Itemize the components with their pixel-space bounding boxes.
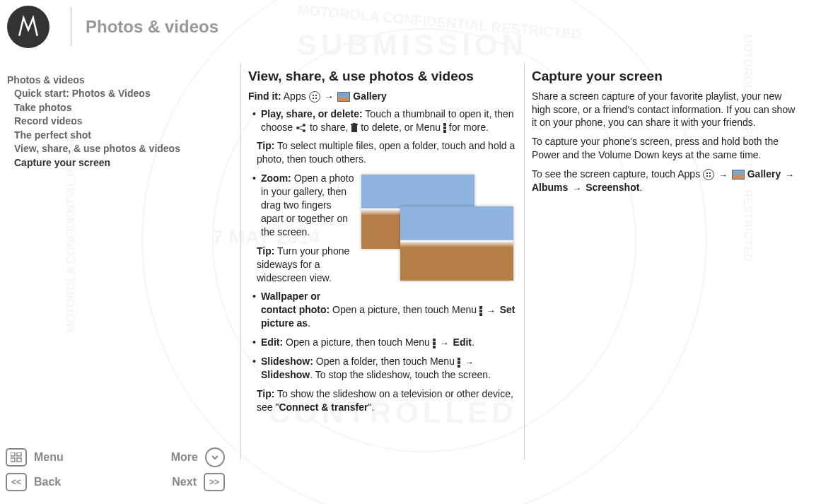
svg-rect-3 (351, 125, 357, 132)
back-button[interactable]: << (6, 473, 27, 491)
double-chevron-right-icon: >> (209, 477, 219, 487)
more-label: More (171, 451, 198, 464)
column-view-share: View, share, & use photos & videos Find … (241, 53, 524, 459)
menu-icon (443, 123, 446, 133)
nav-section-title[interactable]: Photos & videos (7, 74, 233, 86)
page-title: Photos & videos (86, 17, 219, 37)
svg-rect-7 (17, 452, 21, 456)
nav-item-record-videos[interactable]: Record videos (14, 115, 233, 129)
menu-button[interactable] (6, 448, 27, 467)
menu-label: Menu (34, 451, 64, 464)
next-button[interactable]: >> (204, 473, 225, 491)
grid-icon (11, 452, 22, 462)
back-label: Back (34, 476, 61, 488)
double-chevron-left-icon: << (11, 477, 21, 487)
nav-item-view-share[interactable]: View, share, & use photos & videos (14, 142, 233, 156)
bullet-zoom: Zoom: Open a photo in your gallery, then… (252, 172, 517, 238)
share-icon (296, 124, 307, 132)
capture-howto: To capture your phone's screen, press an… (532, 135, 800, 162)
gallery-icon (732, 170, 745, 180)
menu-icon (458, 358, 460, 368)
find-it-line: Find it: Apps → Gallery (248, 90, 517, 103)
apps-icon (309, 91, 320, 102)
more-button[interactable] (205, 447, 225, 467)
svg-rect-4 (351, 124, 358, 125)
svg-rect-8 (11, 458, 15, 462)
next-label: Next (172, 476, 197, 488)
arrow-icon: → (571, 182, 583, 195)
svg-rect-6 (11, 452, 15, 456)
arrow-icon: → (463, 356, 475, 369)
trash-icon (351, 123, 358, 133)
nav-item-take-photos[interactable]: Take photos (14, 101, 233, 115)
col1-heading: View, share, & use photos & videos (248, 67, 517, 86)
arrow-icon: → (717, 169, 729, 182)
nav-item-perfect-shot[interactable]: The perfect shot (14, 129, 233, 143)
header-divider (71, 7, 71, 46)
menu-icon (479, 306, 482, 316)
motorola-m-icon (16, 15, 40, 39)
menu-icon (433, 339, 436, 348)
motorola-logo (7, 6, 49, 48)
bullet-slideshow: Slideshow: Open a folder, then touch Men… (252, 355, 517, 382)
nav-item-capture-screen[interactable]: Capture your screen (14, 156, 233, 170)
arrow-icon: → (485, 305, 497, 317)
col2-heading: Capture your screen (532, 67, 800, 86)
apps-icon (703, 169, 714, 180)
gallery-icon (337, 92, 350, 102)
svg-rect-5 (353, 123, 356, 124)
bullet-play-share-delete: Play, share, or delete: Touch a thumbnai… (252, 107, 517, 134)
tip-multiselect: Tip: To select multiple files, open a fo… (248, 139, 517, 166)
column-capture-screen: Capture your screen Share a screen captu… (525, 53, 808, 459)
tip-slideshow-tv: Tip: To show the slideshow on a televisi… (248, 387, 517, 414)
chevron-down-icon (211, 453, 219, 462)
nav-item-quickstart[interactable]: Quick start: Photos & Videos (14, 87, 233, 101)
bullet-wallpaper: Wallpaper or contact photo: Open a pictu… (252, 290, 517, 330)
bottom-nav: Menu More << Back Next >> (6, 447, 232, 497)
capture-intro: Share a screen capture of your favorite … (532, 90, 800, 130)
bullet-edit: Edit: Open a picture, then touch Menu → … (252, 336, 517, 349)
arrow-icon: → (784, 169, 796, 182)
header: Photos & videos (0, 0, 833, 53)
capture-view: To see the screen capture, touch Apps → … (532, 168, 800, 194)
arrow-icon: → (438, 337, 450, 350)
svg-rect-9 (17, 458, 21, 462)
arrow-icon: → (322, 90, 334, 103)
sidebar-nav: Photos & videos Quick start: Photos & Vi… (0, 53, 240, 459)
